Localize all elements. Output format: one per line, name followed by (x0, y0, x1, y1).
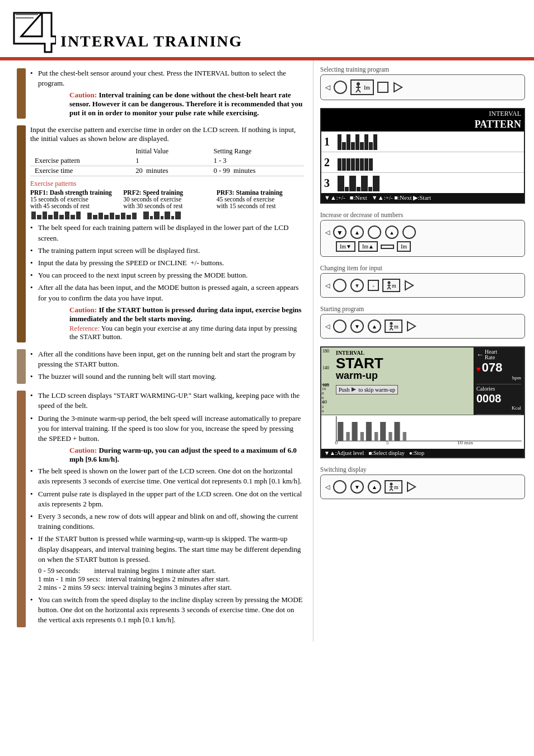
svg-rect-15 (99, 213, 103, 219)
bar-2-1 (338, 158, 341, 171)
footer-adjust: ▼▲:+/- (324, 194, 345, 201)
im-text-6: m (394, 323, 399, 330)
pattern-bar-decoration (30, 212, 304, 219)
svg-text:▲: ▲ (372, 323, 377, 330)
svg-text:▲: ▲ (390, 230, 395, 236)
section-2-list: The belt speed for each training pattern… (30, 223, 304, 303)
section-4-final-list: You can switch from the speed display to… (30, 595, 304, 626)
chapter-title: Interval Training (60, 32, 242, 55)
diagram-changing-item: Changing item for input ◁ ▼ + (320, 265, 525, 298)
svg-point-56 (334, 320, 346, 332)
triangle-right-7 (405, 481, 416, 492)
lcd-content-area: INTERVAL START warm-up Push to skip warm… (336, 350, 470, 412)
circle-empty-1 (367, 225, 382, 240)
svg-point-29 (334, 81, 346, 93)
im-box-4: Im (397, 241, 411, 252)
lcd-dark-panel: ← Heart Rate ♥ 078 bpm Calories 000 (474, 348, 524, 415)
calories-unit: Kcal (476, 405, 521, 411)
chart-svg: 0 5 10 min (324, 416, 522, 444)
y-4: 4 (322, 400, 329, 405)
reference-1: Reference: You can begin your exercise a… (30, 325, 304, 341)
section-3: After all the conditions have been input… (17, 349, 304, 384)
left-column: Put the chest-belt sensor around your ch… (0, 60, 313, 642)
pattern-1-name: PRF1: Dash strength training (30, 189, 112, 196)
diagram4-label: Changing item for input (320, 265, 525, 271)
svg-rect-23 (150, 216, 153, 219)
section-2-intro: Input the exercise pattern and exercise … (30, 125, 304, 143)
skip-time-1: 0 - 59 seconds: interval training begins… (38, 567, 304, 575)
s2-b4: You can proceed to the next input screen… (30, 270, 304, 280)
svg-line-92 (391, 489, 393, 491)
diagram1-panel: ◁ Im (320, 74, 525, 100)
bar-2-3 (346, 158, 350, 171)
svg-point-61 (390, 322, 393, 325)
table-cell-time-value: 20 minutes (131, 166, 209, 176)
pattern-bars-1 (338, 133, 521, 150)
svg-point-44 (403, 226, 415, 238)
svg-text:+: + (372, 283, 374, 289)
diagram1-controls: ◁ Im (325, 79, 520, 95)
circle-empty-2 (402, 225, 416, 240)
svg-rect-35 (378, 82, 388, 92)
bar-2-8 (369, 158, 373, 171)
bar-2-6 (360, 158, 364, 171)
interval-select-box: Im (350, 79, 374, 95)
diagram3-bottom-controls: Im▼ Im▲ Im (325, 241, 520, 252)
s4-sub1: The belt speed is shown on the lower par… (30, 466, 304, 486)
im-box-5: m (382, 279, 400, 292)
person-icon-2 (386, 281, 392, 290)
svg-rect-77 (366, 422, 372, 441)
bar-2-4 (351, 158, 355, 171)
section-4: The LCD screen displays "START WARMING-U… (17, 391, 304, 627)
svg-text:▼: ▼ (336, 229, 343, 237)
s4-b2: During the 3-minute warm-up period, the … (30, 414, 304, 444)
square-button-1 (377, 81, 389, 93)
diagram-switching-display: Switching display ◁ ▼ ▲ (320, 466, 525, 499)
diagram-exercise-pattern: INTERVAL PATTERN 1 (320, 108, 525, 204)
svg-rect-9 (59, 215, 64, 219)
circle-5-2: ▼ (350, 319, 364, 334)
svg-rect-74 (346, 432, 349, 441)
skip-time-2: 1 min - 1 min 59 secs: interval training… (38, 575, 304, 584)
svg-text:▲: ▲ (354, 229, 360, 236)
interval-box-header: INTERVAL (321, 109, 524, 119)
svg-text:10 min: 10 min (457, 440, 474, 444)
left-arrow-icon: ◁ (325, 83, 330, 92)
svg-rect-17 (110, 213, 114, 219)
left-arrow-5: ◁ (325, 323, 330, 330)
svg-rect-7 (48, 215, 53, 219)
svg-marker-66 (407, 322, 415, 331)
settings-table: Initial Value Setting Range Exercise pat… (30, 147, 304, 176)
bar-1-1 (338, 134, 341, 150)
lcd-warmup-text: warm-up (336, 370, 470, 382)
section-2-content: Input the exercise pattern and exercise … (30, 125, 304, 342)
select-display: ■:Select display (368, 450, 405, 456)
main-content: Put the chest-belt sensor around your ch… (0, 60, 534, 642)
svg-rect-10 (65, 212, 69, 219)
s3-b2: The buzzer will sound and the running be… (30, 372, 304, 382)
stop-button: ●:Stop (409, 450, 424, 456)
s2-b2: The training pattern input screen will b… (30, 246, 304, 256)
bar-2-7 (364, 158, 368, 171)
svg-rect-20 (127, 215, 131, 219)
svg-marker-36 (394, 83, 402, 92)
im-box-6: m (385, 320, 402, 333)
exercise-patterns-label: Exercise patterns (30, 180, 304, 188)
s4-b1: The LCD screen displays "START WARMING-U… (30, 391, 304, 411)
bar-1-2 (342, 142, 346, 150)
section-1-bullet-1: Put the chest-belt sensor around your ch… (30, 68, 304, 88)
push-text: Push (339, 387, 349, 393)
caution-1: Caution: Interval training can be done w… (30, 91, 304, 118)
pattern-3-detail: 45 seconds of exercisewith 15 seconds of… (217, 196, 276, 209)
bar-3-2 (345, 187, 349, 191)
bar-3-6 (368, 187, 372, 191)
diagram7-label: Switching display (320, 466, 525, 473)
table-header-initial: Initial Value (131, 147, 209, 156)
svg-rect-80 (388, 432, 392, 441)
left-arrow-7: ◁ (325, 483, 330, 491)
pattern-1: PRF1: Dash strength training 15 seconds … (30, 189, 118, 209)
bar-1-7 (364, 134, 368, 150)
left-arrow-heart: ← (476, 350, 484, 359)
svg-marker-55 (405, 281, 413, 290)
svg-rect-13 (87, 213, 92, 219)
